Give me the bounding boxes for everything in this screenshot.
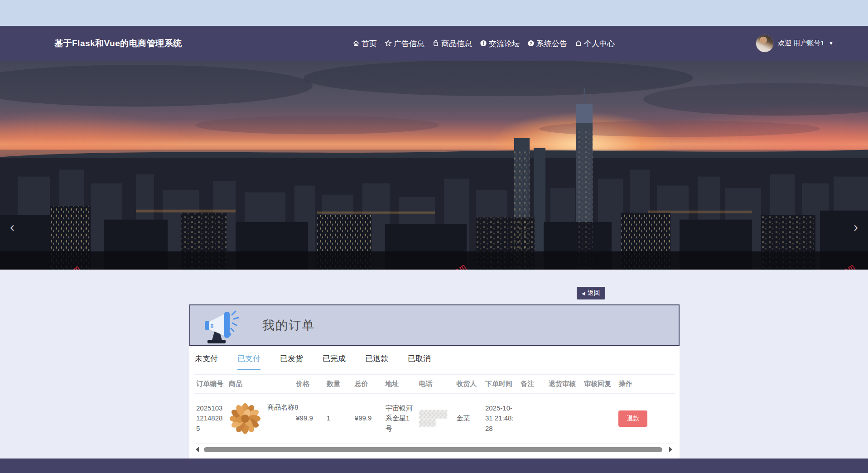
star-icon bbox=[385, 40, 392, 47]
refund-button[interactable]: 退款 bbox=[618, 410, 647, 427]
home-icon bbox=[352, 40, 360, 47]
phone-blurred bbox=[419, 410, 452, 427]
product-name: 商品名称8 bbox=[267, 402, 298, 413]
megaphone-icon bbox=[196, 308, 241, 345]
nav-item-label: 商品信息 bbox=[441, 38, 472, 48]
nav-item-home[interactable]: 首页 bbox=[352, 38, 377, 48]
col-actions: 操作 bbox=[616, 375, 675, 394]
scroll-right-arrow[interactable] bbox=[669, 447, 672, 452]
question-circle-icon: ? bbox=[527, 40, 535, 47]
cell-address: 宇宙银河系金星1号 bbox=[383, 394, 417, 444]
scrollbar-thumb[interactable] bbox=[204, 447, 662, 452]
my-orders-card: 我的订单 未支付 已支付 已发货 已完成 已退款 已取消 订单编号 商品 价格 … bbox=[189, 304, 680, 459]
col-receiver: 收货人 bbox=[454, 375, 483, 394]
nav-item-label: 首页 bbox=[362, 38, 377, 48]
nav-item-profile[interactable]: 个人中心 bbox=[575, 38, 615, 48]
tab-completed[interactable]: 已完成 bbox=[323, 353, 346, 370]
orders-table: 订单编号 商品 价格 数量 总价 地址 电话 收货人 下单时间 备注 退货审核 … bbox=[194, 374, 675, 444]
carousel-prev-arrow[interactable]: ‹ bbox=[10, 220, 14, 234]
col-remark: 备注 bbox=[518, 375, 546, 394]
horizontal-scrollbar bbox=[194, 444, 675, 455]
home-icon bbox=[575, 40, 582, 47]
cell-total: ¥99.9 bbox=[352, 394, 383, 444]
col-address: 地址 bbox=[383, 375, 417, 394]
cell-phone bbox=[417, 394, 454, 444]
col-quantity: 数量 bbox=[324, 375, 352, 394]
nav-item-label: 广告信息 bbox=[394, 38, 424, 48]
col-total: 总价 bbox=[352, 375, 383, 394]
table-row: 202510312148285 bbox=[194, 394, 675, 444]
cell-receiver: 金某 bbox=[454, 394, 483, 444]
cell-quantity: 1 bbox=[324, 394, 352, 444]
nav-item-label: 交流论坛 bbox=[489, 38, 520, 48]
info-circle-icon bbox=[480, 40, 487, 47]
nav-item-announcements[interactable]: ? 系统公告 bbox=[527, 38, 567, 48]
tab-refunded[interactable]: 已退款 bbox=[365, 353, 388, 370]
nav-menu: 首页 广告信息 商品信息 交流论坛 ? 系统公告 个人中心 bbox=[352, 38, 615, 48]
product-image bbox=[229, 402, 261, 435]
col-refund-review: 退货审核 bbox=[546, 375, 582, 394]
city-skyline-image bbox=[0, 61, 868, 270]
cell-order-no: 202510312148285 bbox=[194, 394, 227, 444]
col-price: 价格 bbox=[294, 375, 324, 394]
nav-item-ads[interactable]: 广告信息 bbox=[385, 38, 424, 48]
svg-text:?: ? bbox=[530, 41, 532, 46]
cell-product: 商品名称8 bbox=[227, 394, 294, 444]
hero-carousel: ‹ › www.code386.com www.code386.com www.… bbox=[0, 61, 868, 270]
nav-item-products[interactable]: 商品信息 bbox=[432, 38, 472, 48]
scroll-left-arrow[interactable] bbox=[196, 447, 199, 452]
table-header-row: 订单编号 商品 价格 数量 总价 地址 电话 收货人 下单时间 备注 退货审核 … bbox=[194, 375, 675, 394]
cell-remark bbox=[518, 394, 546, 444]
carousel-next-arrow[interactable]: › bbox=[854, 220, 858, 234]
nav-item-label: 个人中心 bbox=[584, 38, 615, 48]
tab-cancelled[interactable]: 已取消 bbox=[408, 353, 431, 370]
cell-actions: 退款 bbox=[616, 394, 675, 444]
nav-item-forum[interactable]: 交流论坛 bbox=[480, 38, 520, 48]
cell-refund-review bbox=[546, 394, 582, 444]
top-strip bbox=[0, 0, 868, 26]
back-arrow-icon: ◀ bbox=[582, 291, 585, 296]
cell-price: ¥99.9 bbox=[294, 394, 324, 444]
tab-unpaid[interactable]: 未支付 bbox=[195, 353, 218, 370]
bag-icon bbox=[432, 40, 439, 47]
back-button[interactable]: ◀ 返回 bbox=[577, 287, 605, 299]
app-title: 基于Flask和Vue的电商管理系统 bbox=[54, 38, 182, 49]
order-status-tabs: 未支付 已支付 已发货 已完成 已退款 已取消 bbox=[194, 352, 675, 370]
dropdown-caret-icon: ▼ bbox=[829, 41, 834, 46]
card-body: 未支付 已支付 已发货 已完成 已退款 已取消 订单编号 商品 价格 数量 总价… bbox=[189, 346, 680, 459]
col-order-time: 下单时间 bbox=[483, 375, 518, 394]
tab-shipped[interactable]: 已发货 bbox=[280, 353, 303, 370]
cell-review-reply bbox=[582, 394, 616, 444]
footer bbox=[0, 459, 868, 473]
cell-order-time: 2025-10-31 21:48:28 bbox=[483, 394, 518, 444]
navbar: 基于Flask和Vue的电商管理系统 首页 广告信息 商品信息 交流论坛 ? 系… bbox=[0, 26, 868, 61]
page-title: 我的订单 bbox=[262, 317, 315, 333]
col-phone: 电话 bbox=[417, 375, 454, 394]
tab-paid[interactable]: 已支付 bbox=[237, 353, 260, 370]
col-product: 商品 bbox=[227, 375, 294, 394]
card-header: 我的订单 bbox=[189, 304, 680, 346]
welcome-text: 欢迎 用户账号1 bbox=[778, 39, 825, 48]
col-order-no: 订单编号 bbox=[194, 375, 227, 394]
avatar bbox=[756, 34, 774, 53]
user-menu[interactable]: 欢迎 用户账号1 ▼ bbox=[756, 34, 833, 53]
nav-item-label: 系统公告 bbox=[536, 38, 567, 48]
back-button-label: 返回 bbox=[588, 289, 600, 297]
col-review-reply: 审核回复 bbox=[582, 375, 616, 394]
